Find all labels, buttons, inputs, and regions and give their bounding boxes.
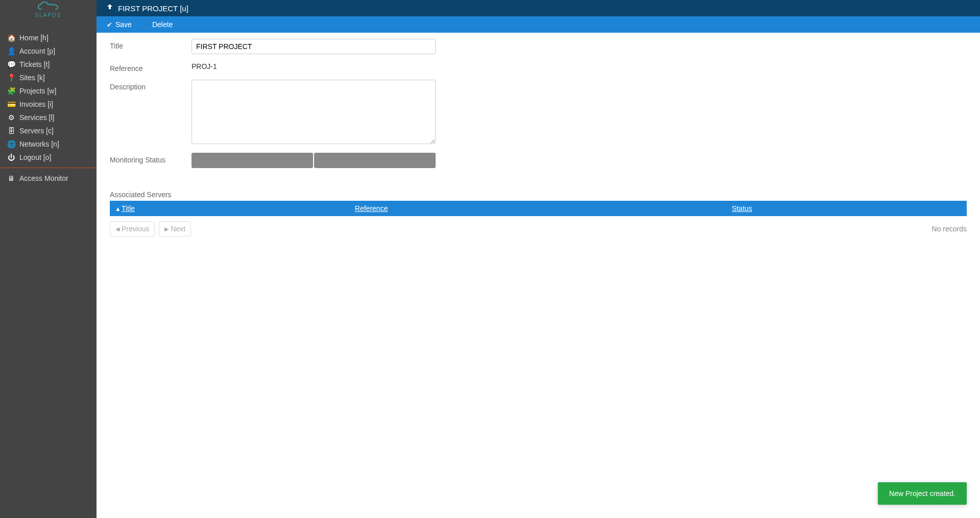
monitoring-status — [192, 153, 436, 168]
prev-label: Previous — [122, 225, 149, 233]
table-header-row: ▲Title Reference Status — [110, 201, 967, 216]
breadcrumb-bar: FIRST PROJECT [u] — [97, 0, 980, 16]
sidebar-item-home[interactable]: 🏠 Home [h] — [0, 31, 97, 44]
sidebar-item-networks[interactable]: 🌐 Networks [n] — [0, 137, 97, 151]
sort-asc-icon: ▲ — [115, 205, 121, 213]
globe-icon: 🌐 — [6, 140, 16, 148]
title-input[interactable] — [192, 39, 436, 54]
database-icon: 🗄 — [6, 127, 16, 135]
monitoring-bar-2[interactable] — [314, 153, 436, 168]
delete-label: Delete — [152, 20, 173, 29]
reference-value: PROJ-1 — [192, 61, 436, 70]
next-label: Next — [171, 225, 185, 233]
description-textarea[interactable] — [192, 80, 436, 144]
sidebar-item-label: Account [p] — [19, 47, 55, 55]
caret-right-icon: ▶ — [164, 226, 169, 232]
level-up-icon[interactable] — [107, 4, 114, 13]
sidebar-item-label: Invoices [i] — [19, 100, 53, 108]
card-icon: 💳 — [6, 100, 16, 108]
cogs-icon: ⚙ — [6, 113, 16, 122]
sidebar-item-tickets[interactable]: 💬 Tickets [t] — [0, 58, 97, 71]
col-status[interactable]: Status — [727, 201, 967, 216]
reference-label: Reference — [110, 61, 192, 73]
sidebar-item-label: Servers [c] — [19, 127, 54, 135]
associated-servers-label: Associated Servers — [110, 191, 980, 199]
no-records-label: No records — [932, 225, 967, 233]
sidebar-item-access-monitor[interactable]: 🖥 Access Monitor — [0, 172, 97, 185]
pin-icon: 📍 — [6, 74, 16, 82]
sidebar-nav: 🏠 Home [h] 👤 Account [p] 💬 Tickets [t] 📍… — [0, 31, 97, 164]
sidebar-item-logout[interactable]: ⏻ Logout [o] — [0, 151, 97, 164]
monitor-icon: 🖥 — [6, 174, 16, 182]
sidebar: SLAPOS 🏠 Home [h] 👤 Account [p] 💬 Ticket… — [0, 0, 97, 518]
sidebar-item-sites[interactable]: 📍 Sites [k] — [0, 71, 97, 84]
app-name: SLAPOS — [35, 12, 61, 18]
sidebar-separator — [0, 168, 97, 168]
action-bar: ✔ Save Delete — [97, 16, 980, 33]
monitoring-bar-1[interactable] — [192, 153, 313, 168]
save-button[interactable]: ✔ Save — [107, 20, 132, 29]
projects-icon: 🧩 — [6, 87, 16, 95]
sidebar-item-label: Tickets [t] — [19, 60, 50, 68]
servers-table: ▲Title Reference Status — [110, 201, 967, 216]
sidebar-item-servers[interactable]: 🗄 Servers [c] — [0, 124, 97, 137]
save-label: Save — [115, 20, 132, 29]
power-icon: ⏻ — [6, 153, 16, 161]
sidebar-item-services[interactable]: ⚙ Services [l] — [0, 111, 97, 124]
monitoring-label: Monitoring Status — [110, 153, 192, 164]
check-icon: ✔ — [107, 21, 112, 29]
prev-button[interactable]: ◀ Previous — [110, 221, 155, 237]
sidebar-item-label: Networks [n] — [19, 140, 59, 148]
delete-button[interactable]: Delete — [152, 20, 173, 29]
chat-icon: 💬 — [6, 60, 16, 68]
col-title[interactable]: ▲Title — [110, 201, 350, 216]
user-icon: 👤 — [6, 47, 16, 55]
sidebar-item-label: Sites [k] — [19, 74, 45, 82]
description-label: Description — [110, 80, 192, 91]
caret-left-icon: ◀ — [115, 226, 119, 232]
sidebar-item-label: Access Monitor — [19, 174, 68, 182]
sidebar-item-label: Projects [w] — [19, 87, 56, 95]
title-label: Title — [110, 39, 192, 50]
sidebar-item-label: Logout [o] — [19, 153, 51, 161]
pager: ◀ Previous ▶ Next No records — [110, 221, 967, 237]
sidebar-item-invoices[interactable]: 💳 Invoices [i] — [0, 98, 97, 111]
toast-success[interactable]: New Project created. — [878, 482, 967, 505]
next-button[interactable]: ▶ Next — [159, 221, 191, 237]
project-form: Title Reference PROJ-1 Description Monit… — [97, 33, 980, 175]
sidebar-item-label: Home [h] — [19, 34, 49, 42]
cloud-icon — [36, 1, 61, 12]
col-reference[interactable]: Reference — [350, 201, 727, 216]
home-icon: 🏠 — [6, 34, 16, 42]
app-logo[interactable]: SLAPOS — [35, 1, 61, 18]
page-title[interactable]: FIRST PROJECT [u] — [118, 4, 188, 13]
sidebar-item-label: Services [l] — [19, 113, 54, 122]
main-content: FIRST PROJECT [u] ✔ Save Delete Title Re… — [97, 0, 980, 518]
sidebar-item-projects[interactable]: 🧩 Projects [w] — [0, 84, 97, 98]
toast-message: New Project created. — [889, 489, 955, 498]
sidebar-item-account[interactable]: 👤 Account [p] — [0, 44, 97, 58]
